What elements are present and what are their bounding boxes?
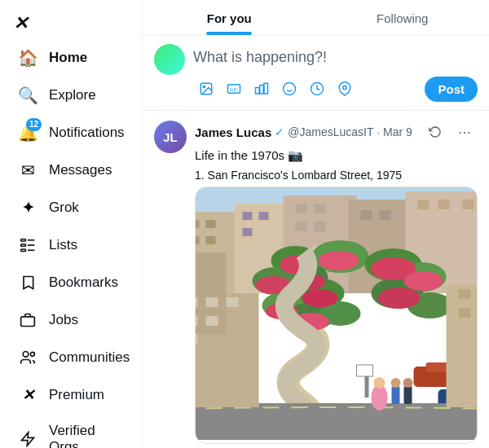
sidebar-nav: 🏠 Home 🔍 Explore 🔔 12 Notifications ✉ Me… [0, 39, 142, 448]
sidebar-item-explore[interactable]: 🔍 Explore [5, 77, 137, 113]
compose-icon-bar: GIF [193, 76, 358, 102]
svg-rect-44 [361, 210, 372, 220]
svg-rect-42 [296, 222, 307, 231]
svg-point-7 [23, 352, 29, 358]
svg-rect-83 [404, 386, 412, 404]
sidebar-item-label: Jobs [49, 312, 78, 328]
sidebar-item-label: Bookmarks [49, 275, 118, 291]
svg-rect-88 [206, 297, 218, 307]
svg-point-22 [284, 83, 296, 95]
sidebar-item-communities[interactable]: Communities [5, 340, 137, 376]
image-upload-icon[interactable] [193, 76, 219, 102]
svg-rect-96 [459, 308, 471, 318]
svg-rect-34 [206, 220, 216, 228]
gif-icon[interactable]: GIF [221, 76, 247, 102]
sidebar-item-bookmarks[interactable]: Bookmarks [5, 265, 137, 301]
svg-rect-43 [315, 222, 326, 231]
x-logo[interactable]: ✕ [0, 7, 142, 37]
svg-rect-45 [380, 210, 391, 220]
svg-rect-39 [243, 228, 253, 236]
svg-rect-91 [206, 316, 218, 326]
premium-icon: ✕ [18, 385, 37, 405]
poll-icon[interactable] [249, 76, 275, 102]
svg-point-70 [378, 288, 421, 309]
sync-icon[interactable] [422, 119, 448, 145]
compose-input-area: What is happening?! GIF [193, 44, 478, 102]
lists-icon [18, 235, 37, 255]
svg-point-82 [391, 378, 401, 388]
svg-rect-36 [206, 236, 216, 244]
sidebar: ✕ 🏠 Home 🔍 Explore 🔔 12 Notifications ✉ … [0, 0, 143, 448]
sidebar-item-label: Lists [49, 237, 77, 253]
svg-point-61 [302, 289, 338, 307]
tweet-author-name: James Lucas [195, 125, 271, 139]
sidebar-item-label: Grok [49, 200, 79, 216]
svg-rect-40 [296, 204, 307, 213]
svg-rect-47 [438, 200, 450, 209]
post-button[interactable]: Post [425, 77, 478, 102]
svg-point-80 [374, 377, 385, 389]
sidebar-item-home[interactable]: 🏠 Home [5, 40, 137, 76]
sidebar-item-label: Premium [49, 387, 104, 403]
sidebar-item-premium[interactable]: ✕ Premium [5, 377, 137, 413]
tweet-image [196, 187, 477, 440]
schedule-icon[interactable] [304, 76, 330, 102]
svg-rect-33 [196, 220, 200, 228]
svg-rect-92 [196, 334, 198, 344]
tweet-item[interactable]: JL James Lucas ✓ @JamesLucasIT · Mar 9 [143, 111, 489, 448]
svg-rect-87 [196, 297, 198, 307]
svg-rect-6 [21, 317, 35, 327]
svg-rect-41 [315, 204, 326, 213]
more-tweet-icon[interactable]: ⋯ [452, 119, 478, 145]
svg-text:GIF: GIF [230, 87, 238, 92]
svg-point-69 [404, 271, 443, 291]
tab-following[interactable]: Following [316, 0, 490, 35]
svg-rect-93 [447, 285, 478, 407]
svg-rect-19 [256, 88, 260, 94]
tweet-body: James Lucas ✓ @JamesLucasIT · Mar 9 ⋯ Li… [195, 119, 478, 448]
tweet-author-info: James Lucas ✓ @JamesLucasIT · Mar 9 [195, 125, 412, 139]
emoji-icon[interactable] [276, 76, 302, 102]
compose-area: What is happening?! GIF [143, 36, 489, 111]
tweet-date: Mar 9 [383, 125, 412, 138]
svg-rect-46 [418, 200, 430, 209]
svg-rect-2 [21, 249, 26, 252]
svg-rect-89 [227, 297, 239, 307]
explore-icon: 🔍 [18, 86, 37, 105]
tab-for-you[interactable]: For you [143, 0, 316, 35]
sidebar-item-jobs[interactable]: Jobs [5, 302, 137, 338]
compose-placeholder[interactable]: What is happening?! [193, 44, 478, 72]
feed-tabs: For you Following [143, 0, 489, 36]
tweet-author-handle: @JamesLucasIT [288, 125, 373, 138]
svg-rect-0 [21, 239, 26, 242]
sidebar-item-lists[interactable]: Lists [5, 227, 137, 263]
grok-icon: ✦ [18, 198, 37, 217]
sidebar-item-grok[interactable]: ✦ Grok [5, 190, 137, 226]
location-icon[interactable] [332, 76, 358, 102]
sidebar-item-messages[interactable]: ✉ Messages [5, 152, 137, 188]
svg-rect-21 [264, 83, 268, 94]
compose-avatar [154, 44, 185, 75]
svg-rect-20 [260, 86, 264, 94]
tweet-image-container [195, 187, 478, 444]
svg-rect-35 [196, 236, 200, 244]
sidebar-item-label: Communities [49, 349, 130, 366]
tweet-author-avatar: JL [154, 121, 187, 153]
sidebar-item-notifications[interactable]: 🔔 12 Notifications [5, 115, 137, 151]
sidebar-item-label: Home [49, 50, 87, 66]
sidebar-item-label: Verified Orgs [49, 423, 124, 448]
svg-rect-48 [463, 200, 474, 209]
sidebar-item-verified-orgs[interactable]: Verified Orgs [5, 415, 137, 448]
main-content: For you Following What is happening?! GI… [143, 0, 489, 448]
home-icon: 🏠 [18, 48, 37, 68]
svg-rect-81 [392, 386, 400, 404]
svg-point-16 [203, 86, 205, 87]
svg-rect-1 [21, 244, 26, 247]
tweet-header: James Lucas ✓ @JamesLucasIT · Mar 9 ⋯ [195, 119, 478, 145]
sidebar-item-label: Explore [49, 87, 96, 103]
notification-badge: 12 [26, 118, 42, 131]
svg-rect-78 [357, 365, 373, 376]
svg-rect-38 [259, 212, 269, 220]
svg-rect-94 [459, 289, 471, 299]
svg-rect-90 [196, 316, 198, 326]
